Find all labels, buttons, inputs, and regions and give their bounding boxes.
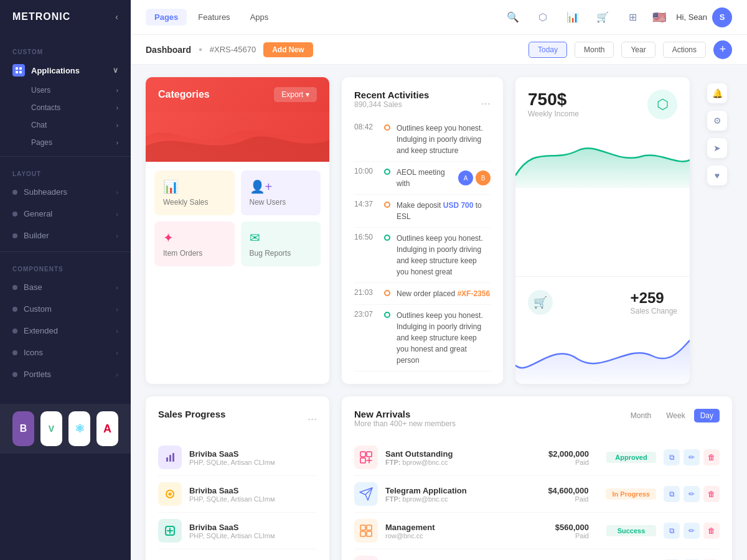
category-new-users[interactable]: 👤+ New Users [241,170,321,215]
category-bug-reports[interactable]: ✉ Bug Reports [241,222,321,266]
sales-item-2-info: Briviba SaaS PHP, SQLite, Artisan CLImм [189,486,317,503]
send-icon[interactable]: ➤ [707,138,727,158]
section-label-components: COMPONENTS [0,257,131,276]
row-2: Sales Progress ··· Briviba SaaS PHP, SQL… [146,396,732,560]
angular-logo[interactable]: A [96,411,118,446]
arrival-1-actions: ⧉ ✏ 🗑 [664,449,720,465]
activities-card-header: Recent Activities 890,344 Sales ··· [354,90,491,118]
month-button[interactable]: Month [575,42,614,58]
chart-icon[interactable]: 📊 [563,7,583,27]
contacts-arrow: › [116,105,118,111]
bootstrap-logo[interactable]: B [12,411,34,446]
day-tab[interactable]: Day [694,409,720,422]
income-chart [515,132,690,276]
arrival-1-delete-btn[interactable]: 🗑 [703,449,720,465]
react-logo[interactable]: ⚛ [68,411,90,446]
notification-icon[interactable]: 🔔 [707,83,727,103]
income-icon: ⬡ [647,90,677,119]
avatar[interactable]: S [712,7,732,27]
svg-rect-3 [19,71,22,73]
activity-item-6: 23:07 Outlines keep you honest. Indulgin… [354,305,491,371]
nav-pages[interactable]: Pages [146,9,187,26]
arrival-1-edit-btn[interactable]: ✏ [684,449,700,465]
categories-title: Categories [158,89,210,100]
share-icon[interactable]: ⬡ [533,7,553,27]
base-arrow: › [116,284,118,291]
year-button[interactable]: Year [621,42,655,58]
categories-card: Categories Export ▾ [146,77,329,384]
activity-item-1: 08:42 Outlines keep you honest. Indulgin… [354,118,491,162]
arrival-3-edit-btn[interactable]: ✏ [684,523,700,539]
grid-icon[interactable]: ⊞ [622,7,642,27]
arrival-3-status: Success [606,525,656,536]
sales-change-icon: 🛒 [528,290,553,315]
arrival-3-amount: $560,000 Paid [555,523,589,539]
sidebar-item-custom[interactable]: Custom › [0,298,131,320]
applications-icon [12,64,25,77]
item-orders-label: Item Orders [163,249,202,258]
sales-change-section: 🛒 +259 Sales Change [515,277,690,328]
sales-item-1: Briviba SaaS PHP, SQLite, Artisan CLImм [158,439,317,476]
sidebar-item-pages[interactable]: Pages › [0,134,131,151]
svg-point-8 [169,493,172,496]
sidebar-item-users[interactable]: Users › [0,82,131,99]
applications-chevron: ∨ [113,66,118,75]
builder-arrow: › [116,232,118,240]
nav-features[interactable]: Features [189,9,238,26]
export-button[interactable]: Export ▾ [274,87,317,102]
sidebar-item-extended[interactable]: Extended › [0,320,131,342]
bug-reports-icon: ✉ [250,230,260,245]
category-item-orders[interactable]: ✦ Item Orders [154,222,235,266]
sidebar-collapse-icon[interactable]: ‹ [115,12,118,22]
sidebar-item-subheaders[interactable]: Subheaders › [0,181,131,203]
arrival-2-edit-btn[interactable]: ✏ [684,486,700,502]
arrival-3-delete-btn[interactable]: 🗑 [703,523,720,539]
sidebar-item-icons[interactable]: Icons › [0,342,131,363]
arrival-1-name: Sant Outstanding FTP: bprow@bnc.cc [385,449,541,466]
user-menu[interactable]: Hi, Sean S [676,7,732,27]
arrival-3-copy-btn[interactable]: ⧉ [664,523,680,539]
month-tab[interactable]: Month [624,409,657,422]
arrival-3-name: Management row@bnc.cc [385,523,548,539]
settings-icon[interactable]: ⚙ [707,111,727,131]
favorite-icon[interactable]: ♥ [707,166,727,185]
activities-menu-dots[interactable]: ··· [481,97,491,110]
today-button[interactable]: Today [529,42,567,58]
weekly-sales-label: Weekly Sales [163,198,208,207]
pages-arrow: › [116,139,118,146]
sidebar-item-contacts[interactable]: Contacts › [0,99,131,116]
builder-dot [12,233,17,238]
sales-progress-menu[interactable]: ··· [308,413,317,426]
sidebar-item-base[interactable]: Base › [0,276,131,298]
arrival-2-delete-btn[interactable]: 🗑 [703,486,720,502]
logo-text: METRONIC [12,11,70,22]
framework-logos: B V ⚛ A [0,404,131,454]
sidebar-item-builder[interactable]: Builder › [0,225,131,246]
sidebar-item-applications[interactable]: Applications ∨ [0,59,131,82]
search-icon[interactable]: 🔍 [503,7,523,27]
sales-progress-title: Sales Progress [158,409,225,419]
arrival-1-copy-btn[interactable]: ⧉ [664,449,680,465]
sidebar-item-portlets[interactable]: Portlets › [0,363,131,385]
arrivals-header: New Arrivals More than 400+ new members … [354,409,720,437]
categories-wave [146,112,329,162]
category-weekly-sales[interactable]: 📊 Weekly Sales [154,170,235,215]
sidebar-item-general[interactable]: General › [0,203,131,225]
arrival-2-copy-btn[interactable]: ⧉ [664,486,680,502]
sales-change-label: Sales Change [631,307,677,315]
nav-apps[interactable]: Apps [242,9,278,26]
activity-item-2: 10:00 AEOL meeting with A B [354,162,491,195]
actions-button[interactable]: Actions [663,42,706,58]
sidebar-item-chat[interactable]: Chat › [0,116,131,134]
vue-logo[interactable]: V [40,411,62,446]
add-new-button[interactable]: Add New [263,42,312,57]
add-icon-button[interactable]: + [713,40,732,59]
extended-arrow: › [116,327,118,335]
portlets-dot [12,372,17,377]
subheader: Dashboard • #XRS-45670 Add New Today Mon… [131,35,747,65]
language-flag[interactable]: 🇺🇸 [652,11,666,24]
cart-icon[interactable]: 🛒 [593,7,613,27]
svg-rect-6 [172,453,174,462]
week-tab[interactable]: Week [660,409,691,422]
sales-progress-card: Sales Progress ··· Briviba SaaS PHP, SQL… [146,396,329,560]
